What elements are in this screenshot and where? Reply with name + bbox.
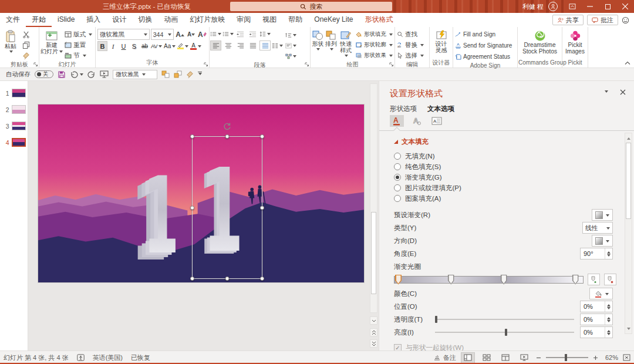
add-gradient-stop-button[interactable] [588, 274, 600, 285]
feedback-smiley-icon[interactable] [622, 16, 629, 24]
option-solid-fill[interactable]: 纯色填充(S) [394, 161, 616, 172]
tab-insert[interactable]: 插入 [80, 13, 106, 27]
customize-qat-button[interactable] [198, 72, 202, 77]
rotation-handle[interactable] [223, 122, 231, 130]
grow-font-button[interactable]: A [175, 29, 185, 39]
dreamstime-button[interactable]: Dreamstime Stock Photos [519, 28, 561, 55]
reading-view-button[interactable] [498, 352, 512, 363]
pane-close-button[interactable] [620, 89, 626, 95]
font-dialog-launcher[interactable] [204, 62, 208, 67]
remove-gradient-stop-button[interactable] [604, 274, 616, 285]
gradient-stop-2[interactable] [448, 275, 454, 285]
columns-button[interactable] [272, 41, 283, 50]
save-icon[interactable] [58, 70, 66, 79]
slideshow-view-button[interactable] [517, 352, 531, 363]
section-button[interactable]: 节 [63, 50, 93, 60]
zoom-out-button[interactable] [536, 355, 541, 360]
format-painter-button[interactable] [21, 50, 32, 60]
brightness-slider[interactable] [435, 332, 574, 333]
zoom-level[interactable]: 62% [603, 354, 618, 361]
drawing-dialog-launcher[interactable] [389, 62, 394, 67]
paste-button[interactable]: 粘贴 [1, 28, 21, 53]
text-shadow-button[interactable]: S [129, 41, 139, 51]
thumbnail-slide-3[interactable]: 3 [0, 120, 28, 133]
thumbnail-slide-4[interactable]: 4 [0, 136, 28, 149]
selection-handle-sw[interactable] [190, 277, 194, 281]
previous-slide-button[interactable] [370, 328, 377, 336]
send-for-signature-button[interactable]: Send for Signature [454, 41, 513, 50]
recovered-indicator[interactable]: 已恢复 [131, 353, 150, 362]
tab-file[interactable]: 文件 [0, 13, 26, 27]
increase-indent-button[interactable] [247, 29, 258, 39]
collapse-ribbon-button[interactable] [625, 61, 630, 65]
shape-outline-button[interactable]: 形状轮廓 [354, 40, 394, 50]
qat-format-painter-button[interactable] [186, 70, 194, 78]
close-button[interactable] [616, 0, 634, 13]
clipboard-dialog-launcher[interactable] [33, 62, 38, 67]
type-dropdown[interactable]: 线性 [582, 222, 613, 234]
option-no-fill[interactable]: 无填充(N) [394, 151, 616, 161]
qat-font-combo[interactable]: 微软雅黑 [113, 70, 157, 79]
language-indicator[interactable]: 英语(美国) [93, 353, 123, 362]
text-direction-button[interactable] [285, 30, 296, 40]
thumbnail-slide-1[interactable]: 1 [0, 87, 28, 100]
paragraph-dialog-launcher[interactable] [305, 62, 309, 67]
change-case-button[interactable]: Aa [163, 41, 176, 51]
align-center-button[interactable] [222, 41, 234, 50]
highlight-color-button[interactable] [177, 41, 189, 51]
align-left-button[interactable] [210, 41, 221, 50]
share-button[interactable]: 共享 [552, 15, 584, 25]
start-slideshow-button[interactable] [100, 70, 109, 78]
line-spacing-button[interactable] [259, 29, 271, 39]
slide-sorter-view-button[interactable] [480, 352, 494, 363]
gradient-stops-bar[interactable] [394, 276, 584, 284]
tab-transitions[interactable]: 切换 [132, 13, 158, 27]
replace-button[interactable]: ab替换 [396, 40, 425, 50]
editor-vertical-scrollbar[interactable] [370, 83, 377, 313]
accessibility-icon[interactable] [77, 354, 85, 361]
design-ideas-button[interactable]: 设计 灵感 [430, 28, 452, 53]
shape-effects-button[interactable]: 形状效果 [354, 50, 394, 60]
scroll-down-button[interactable] [370, 316, 377, 325]
fill-and-sign-button[interactable]: Fill and Sign [454, 29, 513, 39]
pane-options-button[interactable] [603, 89, 608, 93]
thumbnail-slide-2[interactable]: 2 [0, 103, 28, 116]
text-box-selection[interactable] [192, 136, 262, 279]
next-slide-button[interactable] [370, 339, 377, 348]
tab-home[interactable]: 开始 [26, 13, 52, 27]
slide-number-indicator[interactable]: 幻灯片 第 4 张, 共 4 张 [4, 353, 69, 362]
cut-button[interactable] [21, 29, 32, 39]
textbox-icon[interactable]: A [430, 115, 444, 127]
shape-fill-button[interactable]: 形状填充 [354, 29, 394, 39]
clear-formatting-button[interactable]: A [197, 29, 207, 39]
tab-onekey[interactable]: OneKey Lite [308, 13, 359, 27]
zoom-slider[interactable] [546, 357, 588, 358]
option-gradient-fill[interactable]: 渐变填充(G) [394, 172, 616, 183]
autosave-toggle[interactable]: 关 [35, 70, 53, 78]
layout-button[interactable]: 版式 [63, 29, 93, 39]
arrange-button[interactable]: 排列 [325, 28, 338, 51]
minimize-button[interactable] [581, 0, 599, 13]
brightness-spinner[interactable]: 0% [580, 326, 613, 338]
transparency-slider-thumb[interactable] [435, 316, 437, 323]
selection-handle-s[interactable] [225, 277, 230, 281]
text-effects-icon[interactable]: A [410, 115, 424, 127]
undo-button[interactable] [70, 70, 83, 78]
avatar[interactable] [548, 2, 558, 11]
option-pattern-fill[interactable]: 图案填充(A) [394, 193, 616, 204]
shrink-font-button[interactable]: A [186, 29, 196, 39]
maximize-button[interactable] [599, 0, 616, 13]
new-slide-button[interactable]: 新建 幻灯片 [40, 28, 63, 55]
redo-button[interactable] [87, 70, 96, 78]
italic-button[interactable]: I [108, 41, 118, 51]
tab-review[interactable]: 审阅 [231, 13, 257, 27]
reset-button[interactable]: 重置 [63, 40, 93, 50]
character-spacing-button[interactable]: AV [150, 41, 163, 51]
brightness-slider-thumb[interactable] [505, 329, 507, 336]
find-button[interactable]: 查找 [396, 29, 425, 39]
strikethrough-button[interactable]: ab [140, 41, 150, 51]
quick-styles-button[interactable]: 快速样式 [338, 28, 354, 58]
direction-dropdown[interactable] [592, 235, 613, 247]
tab-design[interactable]: 设计 [106, 13, 132, 27]
selection-handle-ne[interactable] [260, 134, 264, 139]
